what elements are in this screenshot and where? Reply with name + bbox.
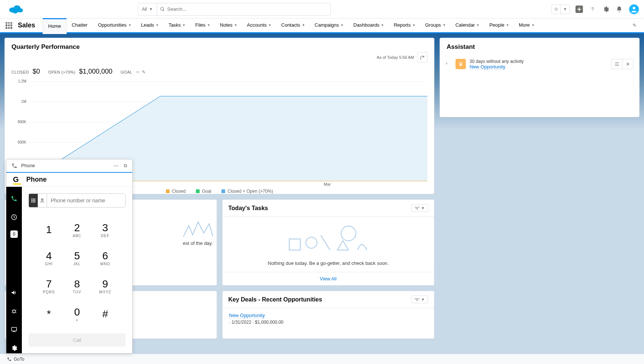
global-header: All ▼ ☆ ▼ ?: [0, 0, 644, 18]
search-input[interactable]: [167, 3, 327, 15]
key-letters: GHI: [45, 262, 53, 266]
refresh-button[interactable]: [417, 52, 427, 63]
keypad-key-7[interactable]: 7PQRS: [36, 273, 62, 299]
chevron-down-icon: ▼: [421, 206, 425, 210]
legend-swatch: [221, 189, 225, 193]
nav-tab-opportunities[interactable]: Opportunities▾: [93, 18, 136, 33]
chevron-down-icon[interactable]: ▾: [477, 23, 479, 27]
y-tick: 1M: [11, 100, 26, 104]
contact-mode-icon[interactable]: [38, 194, 47, 207]
nav-tab-home[interactable]: Home: [43, 18, 67, 34]
chevron-down-icon[interactable]: ▾: [208, 23, 210, 27]
phone-body: 0 12ABC3DEF4GHI5JKL6MNO7PQRS8TUV9WXYZ*0+…: [6, 187, 132, 353]
chevron-down-icon[interactable]: ▾: [341, 23, 343, 27]
chevron-down-icon[interactable]: ▾: [507, 23, 508, 27]
assistant-item-link[interactable]: New Opportunity: [470, 64, 505, 70]
chevron-down-icon[interactable]: ▾: [269, 23, 271, 27]
rail-settings-gear-icon[interactable]: [9, 343, 19, 353]
nav-tab-people[interactable]: People▾: [484, 18, 513, 33]
setup-gear-icon[interactable]: [602, 5, 610, 13]
nav-tab-reports[interactable]: Reports▾: [388, 18, 420, 33]
keypad-key-5[interactable]: 5JKL: [64, 245, 90, 271]
keypad-key-3[interactable]: 3DEF: [92, 216, 119, 243]
chevron-down-icon[interactable]: ▾: [532, 23, 534, 27]
svg-point-24: [34, 199, 36, 200]
keypad-key-0[interactable]: 0+: [64, 301, 90, 327]
chevron-down-icon[interactable]: ▾: [235, 23, 237, 27]
deal-link[interactable]: New Opportunity: [229, 313, 265, 318]
nav-tab-label: Opportunities: [98, 22, 126, 28]
chevron-down-icon[interactable]: ▾: [381, 23, 383, 27]
nav-tab-leads[interactable]: Leads▾: [136, 18, 163, 33]
phone-popout-icon[interactable]: ⧉: [124, 163, 127, 169]
keypad-key-4[interactable]: 4GHI: [36, 245, 62, 271]
keypad-key-8[interactable]: 8TUV: [64, 273, 90, 299]
nav-tab-files[interactable]: Files▾: [190, 18, 214, 33]
keypad-key-#[interactable]: #: [92, 301, 119, 327]
dial-mode-toggle[interactable]: [29, 194, 47, 207]
rail-feedback-icon[interactable]: [9, 324, 19, 335]
dial-input[interactable]: [47, 194, 125, 207]
chevron-down-icon[interactable]: ▾: [183, 23, 185, 27]
nav-tab-dashboards[interactable]: Dashboards▾: [348, 18, 388, 33]
chevron-down-icon[interactable]: ▾: [303, 23, 304, 27]
legend-label: Closed: [172, 189, 186, 194]
rail-announce-icon[interactable]: [9, 287, 19, 298]
nav-tab-notes[interactable]: Notes▾: [215, 18, 242, 33]
chevron-down-icon[interactable]: ▾: [413, 23, 415, 27]
header-actions: ☆ ▼ ?: [551, 4, 640, 15]
nav-tab-calendar[interactable]: Calendar▾: [450, 18, 484, 33]
app-launcher-icon[interactable]: [4, 21, 13, 30]
goto-logo: G: [13, 175, 21, 183]
key-number: 4: [46, 250, 52, 262]
chevron-down-icon[interactable]: ▾: [156, 23, 158, 27]
key-letters: ABC: [73, 234, 81, 238]
phone-minimize-icon[interactable]: —: [114, 163, 119, 169]
keypad-key-2[interactable]: 2ABC: [64, 216, 90, 243]
chevron-down-icon[interactable]: ▾: [129, 23, 131, 27]
favorite-star-icon[interactable]: ☆: [552, 5, 561, 14]
nav-tab-chatter[interactable]: Chatter: [67, 18, 93, 33]
favorite-menu[interactable]: ▼: [561, 5, 570, 14]
nav-tab-accounts[interactable]: Accounts▾: [242, 18, 276, 33]
chevron-down-icon[interactable]: ▾: [443, 23, 445, 27]
keypad-key-9[interactable]: 9WXYZ: [92, 273, 119, 299]
edit-nav-pencil-icon[interactable]: ✎: [630, 23, 640, 28]
tasks-view-all-link[interactable]: View All: [320, 276, 337, 282]
open-label: OPEN (>70%): [48, 70, 75, 74]
keypad-key-1[interactable]: 1: [36, 216, 62, 243]
search-icon: [160, 7, 165, 12]
rail-call-icon[interactable]: [9, 193, 19, 204]
key-letters: MNO: [100, 262, 110, 266]
search-scope-picker[interactable]: All ▼: [138, 3, 156, 16]
util-goto[interactable]: GoTo: [4, 355, 28, 364]
keypad-mode-icon[interactable]: [29, 194, 38, 207]
assistant-action-tasks-icon[interactable]: ☲: [611, 59, 622, 69]
nav-tab-groups[interactable]: Groups▾: [420, 18, 450, 33]
notifications-bell-icon[interactable]: [615, 5, 623, 13]
key-number: 0: [74, 306, 80, 318]
keypad-key-*[interactable]: *: [36, 301, 62, 327]
tasks-filter-menu[interactable]: ▼: [411, 204, 428, 212]
nav-tab-campaigns[interactable]: Campaigns▾: [310, 18, 348, 33]
nav-tab-more[interactable]: More▾: [514, 18, 539, 33]
deals-filter-menu[interactable]: ▼: [411, 296, 428, 303]
edit-goal-pencil-icon[interactable]: ✎: [142, 70, 146, 75]
rail-voicemail-badge[interactable]: 0: [10, 230, 18, 238]
keypad-key-6[interactable]: 6MNO: [92, 245, 119, 271]
perf-asof: As of Today 5:56 AM: [377, 55, 414, 60]
call-button[interactable]: Call: [29, 333, 126, 347]
assistant-dismiss-icon[interactable]: ✕: [622, 59, 633, 69]
search-input-wrap[interactable]: [157, 3, 331, 16]
help-icon[interactable]: ?: [588, 5, 597, 13]
rail-bug-icon[interactable]: [9, 306, 19, 316]
key-number: 9: [102, 278, 108, 290]
nav-tab-tasks[interactable]: Tasks▾: [163, 18, 190, 33]
rail-history-icon[interactable]: [9, 212, 19, 222]
tasks-empty-message: Nothing due today. Be a go-getter, and c…: [223, 257, 434, 272]
assistant-expand-chevron-icon[interactable]: ›: [446, 59, 452, 66]
nav-tab-label: People: [489, 22, 504, 28]
user-avatar[interactable]: [628, 4, 640, 15]
nav-tab-contacts[interactable]: Contacts▾: [276, 18, 309, 33]
add-icon[interactable]: [575, 5, 583, 13]
